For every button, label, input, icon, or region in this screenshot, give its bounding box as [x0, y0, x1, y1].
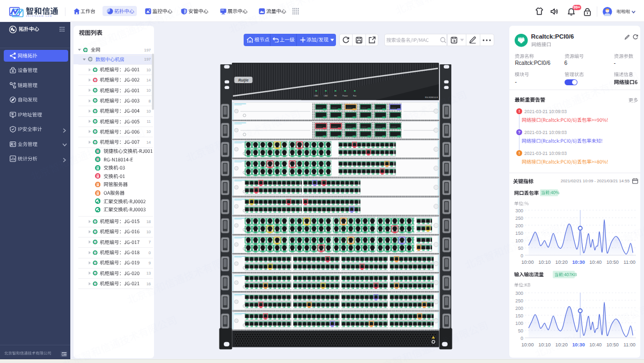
- svg-text:150: 150: [515, 313, 523, 318]
- svg-text:300: 300: [515, 291, 523, 296]
- svg-text:10:30: 10:30: [572, 342, 585, 347]
- svg-text:RG-N18014-E: RG-N18014-E: [425, 97, 438, 99]
- svg-text:?: ?: [518, 130, 521, 135]
- svg-text:10:00: 10:00: [522, 342, 534, 347]
- svg-text:11:00: 11:00: [624, 342, 635, 347]
- svg-text:10:50: 10:50: [606, 260, 619, 265]
- svg-text:250: 250: [515, 216, 523, 221]
- svg-text:10:50: 10:50: [606, 342, 619, 347]
- svg-text:200: 200: [515, 223, 523, 228]
- svg-text:150: 150: [515, 231, 523, 236]
- svg-text:CM2: CM2: [324, 95, 328, 97]
- svg-text:Ruijie: Ruijie: [238, 78, 248, 83]
- svg-text:Fan: Fan: [353, 95, 356, 97]
- svg-text:Power: Power: [342, 95, 348, 97]
- svg-text:100: 100: [515, 321, 523, 326]
- svg-text:!: !: [518, 109, 520, 114]
- svg-text:200: 200: [515, 306, 523, 311]
- svg-text:11:00: 11:00: [624, 260, 635, 265]
- svg-text:FE: FE: [334, 95, 337, 97]
- svg-text:10:40: 10:40: [589, 260, 602, 265]
- svg-text:300: 300: [515, 208, 523, 213]
- svg-text:0: 0: [521, 336, 523, 341]
- svg-text:CM1: CM1: [314, 95, 318, 97]
- svg-text:250: 250: [515, 298, 523, 303]
- svg-text:0: 0: [521, 253, 523, 258]
- svg-text:!: !: [518, 151, 520, 155]
- svg-text:50: 50: [518, 328, 523, 334]
- svg-text:10:40: 10:40: [589, 342, 602, 347]
